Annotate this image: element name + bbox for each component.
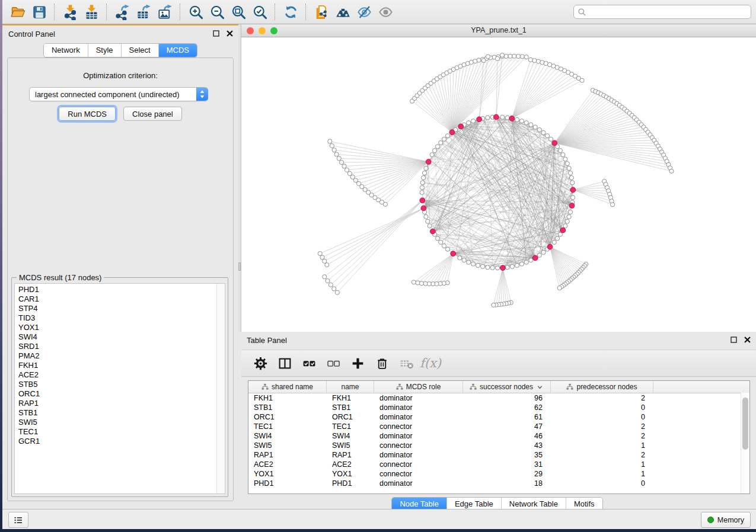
mcds-hub-node[interactable]	[532, 255, 538, 261]
mcds-hub-node[interactable]	[509, 116, 515, 121]
column-header-name[interactable]: name	[327, 381, 374, 393]
zoom-selected-button[interactable]	[249, 2, 270, 22]
window-minimize-icon[interactable]	[259, 27, 266, 34]
clone-network-button[interactable]	[311, 2, 332, 22]
table-row[interactable]: STB1STB1dominator620	[248, 403, 749, 412]
mcds-result-item[interactable]: FKH1	[15, 361, 225, 370]
mcds-hub-node[interactable]	[449, 130, 455, 135]
mcds-hub-node[interactable]	[500, 265, 505, 271]
mcds-result-item[interactable]: STB1	[15, 408, 225, 418]
mcds-hub-node[interactable]	[430, 229, 435, 234]
settings-gear-button[interactable]	[252, 354, 269, 372]
mcds-result-item[interactable]: SWI4	[15, 332, 225, 342]
cell: 29	[463, 470, 551, 478]
mcds-hub-node[interactable]	[421, 206, 426, 211]
export-table-button[interactable]	[133, 2, 154, 22]
deselect-all-checks-button[interactable]	[325, 354, 342, 372]
mcds-result-item[interactable]: TEC1	[15, 427, 225, 437]
splitter-handle-icon[interactable]	[238, 262, 241, 271]
mcds-result-item[interactable]: CAR1	[15, 294, 225, 304]
toggle-column-panel-button[interactable]	[276, 354, 293, 372]
column-header-predecessor-nodes[interactable]: predecessor nodes	[551, 381, 653, 393]
close-panel-icon[interactable]	[226, 30, 234, 37]
mcds-list-scrollbar[interactable]	[216, 284, 225, 493]
delete-table-button[interactable]	[398, 354, 414, 372]
export-network-button[interactable]	[111, 2, 133, 22]
mcds-hub-node[interactable]	[560, 227, 566, 233]
table-row[interactable]: FKH1FKH1dominator962	[248, 393, 749, 403]
close-panel-button[interactable]: Close panel	[123, 107, 182, 121]
mcds-result-item[interactable]: TID3	[15, 313, 225, 323]
delete-columns-button[interactable]	[374, 354, 390, 372]
column-header-MCDS-role[interactable]: MCDS role	[374, 381, 463, 393]
sort-menu-icon[interactable]	[536, 384, 544, 390]
mcds-result-item[interactable]: SWI5	[15, 418, 225, 427]
mcds-hub-node[interactable]	[493, 114, 499, 120]
mcds-hub-node[interactable]	[426, 159, 431, 165]
select-all-checks-button[interactable]	[301, 354, 317, 372]
zoom-in-button[interactable]	[185, 2, 206, 22]
open-session-button[interactable]	[7, 2, 28, 22]
import-network-from-file-button[interactable]	[59, 2, 81, 22]
mcds-result-item[interactable]: ORC1	[15, 389, 225, 399]
window-zoom-icon[interactable]	[270, 27, 277, 34]
zoom-fit-button[interactable]	[228, 2, 249, 22]
tab-network[interactable]: Network	[44, 44, 88, 57]
mcds-result-item[interactable]: SRD1	[15, 342, 225, 351]
table-scrollbar[interactable]	[741, 393, 749, 493]
function-builder-button[interactable]: f(x)	[422, 354, 439, 372]
table-row[interactable]: ACE2ACE2connector311	[248, 460, 749, 469]
criterion-select[interactable]: largest connected component (undirected)	[29, 87, 208, 101]
hide-display-button[interactable]	[353, 2, 375, 22]
table-row[interactable]: ORC1ORC1dominator610	[248, 412, 749, 422]
mcds-result-item[interactable]: STB5	[15, 380, 225, 389]
table-row[interactable]: SWI4SWI4dominator462	[248, 431, 749, 441]
mcds-hub-node[interactable]	[552, 140, 557, 146]
search-input[interactable]	[589, 7, 747, 17]
close-table-panel-icon[interactable]	[744, 336, 751, 344]
mcds-result-item[interactable]: STP4	[15, 304, 225, 313]
add-column-button[interactable]	[349, 354, 366, 372]
import-table-from-file-button[interactable]	[81, 2, 102, 22]
find-neighbors-button[interactable]	[332, 2, 353, 22]
task-history-button[interactable]	[8, 512, 28, 528]
search-field[interactable]	[573, 5, 751, 19]
float-table-panel-icon[interactable]	[730, 336, 738, 344]
memory-button[interactable]: Memory	[701, 512, 751, 528]
mcds-result-item[interactable]: RAP1	[15, 399, 225, 408]
export-image-button[interactable]	[154, 2, 176, 22]
table-row[interactable]: PHD1PHD1dominator180	[248, 479, 749, 488]
mcds-result-item[interactable]: YOX1	[15, 323, 225, 332]
mcds-hub-node[interactable]	[451, 251, 456, 257]
column-label: MCDS role	[406, 383, 441, 391]
mcds-result-item[interactable]: PHD1	[15, 285, 225, 294]
mcds-result-item[interactable]: ACE2	[15, 370, 225, 380]
mcds-hub-node[interactable]	[420, 198, 425, 203]
mcds-result-item[interactable]: PMA2	[15, 351, 225, 361]
table-row[interactable]: RAP1RAP1dominator352	[248, 450, 749, 460]
column-header-shared-name[interactable]: shared name	[248, 381, 327, 393]
refresh-view-button[interactable]	[280, 2, 301, 22]
float-panel-icon[interactable]	[212, 30, 220, 37]
run-mcds-button[interactable]: Run MCDS	[59, 107, 116, 121]
mcds-hub-node[interactable]	[477, 117, 482, 122]
mcds-hub-node[interactable]	[569, 203, 575, 209]
window-close-icon[interactable]	[247, 27, 254, 34]
column-header-successor-nodes[interactable]: successor nodes	[463, 381, 551, 393]
table-row[interactable]: YOX1YOX1connector291	[248, 469, 749, 479]
zoom-out-button[interactable]	[206, 2, 228, 22]
table-row[interactable]: SWI5SWI5connector431	[248, 441, 749, 450]
save-session-button[interactable]	[28, 2, 50, 22]
mcds-hub-node[interactable]	[570, 187, 576, 193]
tab-mcds[interactable]: MCDS	[158, 44, 197, 57]
show-display-button[interactable]	[375, 2, 396, 22]
network-canvas[interactable]	[241, 37, 756, 332]
mcds-result-item[interactable]: GCR1	[15, 437, 225, 446]
mcds-result-list: PHD1CAR1STP4TID3YOX1SWI4SRD1PMA2FKH1ACE2…	[14, 283, 225, 494]
table-scrollbar-thumb[interactable]	[742, 398, 748, 450]
mcds-hub-node[interactable]	[547, 244, 553, 249]
tab-select[interactable]: Select	[121, 44, 158, 57]
table-row[interactable]: TEC1TEC1connector472	[248, 422, 749, 431]
mcds-hub-node[interactable]	[458, 124, 464, 129]
tab-style[interactable]: Style	[88, 44, 121, 57]
